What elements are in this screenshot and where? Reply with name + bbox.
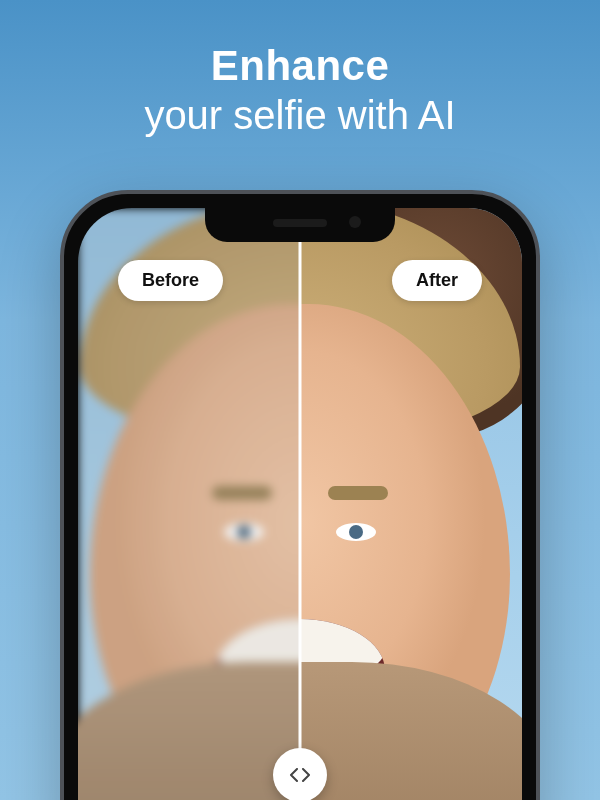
comparison-slider-handle[interactable] <box>273 748 327 800</box>
chevron-left-icon <box>289 768 299 782</box>
phone-mockup: Before After <box>60 190 540 800</box>
headline: Enhance your selfie with AI <box>0 0 600 138</box>
phone-side-button <box>60 394 63 452</box>
phone-screen: Before After <box>78 208 522 800</box>
phone-notch <box>205 208 395 242</box>
phone-side-button <box>537 409 540 499</box>
phone-side-button <box>60 469 63 527</box>
comparison-view: Before After <box>78 208 522 800</box>
phone-side-button <box>60 334 63 366</box>
before-label-pill: Before <box>118 260 223 301</box>
headline-title: Enhance <box>0 42 600 90</box>
headline-subtitle: your selfie with AI <box>0 92 600 138</box>
comparison-divider[interactable] <box>299 208 302 800</box>
after-label-pill: After <box>392 260 482 301</box>
chevron-right-icon <box>301 768 311 782</box>
